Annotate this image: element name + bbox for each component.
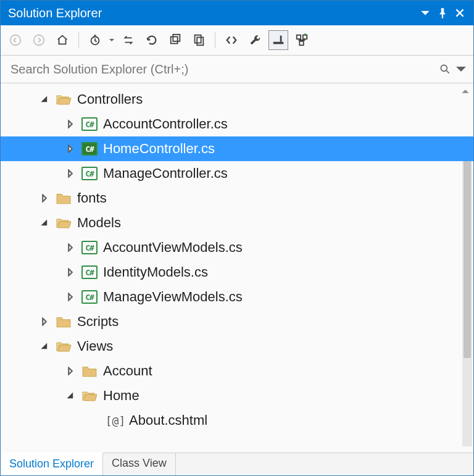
tree-item-label: AccountViewModels.cs [103, 240, 243, 256]
pending-changes-filter-button[interactable] [85, 30, 105, 50]
svg-rect-4 [173, 35, 180, 41]
forward-button[interactable] [29, 30, 49, 50]
tree-item-label: About.cshtml [129, 412, 207, 428]
tree-item[interactable]: Views [1, 334, 473, 359]
folder-open-icon [81, 387, 98, 404]
tree[interactable]: ControllersC#AccountController.csC#HomeC… [1, 83, 473, 453]
tree-item[interactable]: C#ManageViewModels.cs [1, 285, 473, 309]
svg-rect-10 [303, 35, 307, 39]
collapse-all-button[interactable] [165, 30, 185, 50]
dropdown-arrow-icon[interactable] [109, 37, 115, 43]
svg-rect-9 [297, 35, 301, 39]
tree-item[interactable]: C#IdentityModels.cs [1, 260, 473, 285]
tree-item[interactable]: [@]About.cshtml [1, 408, 473, 433]
close-button[interactable] [451, 4, 468, 22]
folder-icon [55, 313, 72, 330]
bottom-tabstrip: Solution Explorer Class View [1, 453, 473, 475]
folder-icon [81, 362, 98, 380]
refresh-button[interactable] [142, 30, 162, 50]
tree-item-label: Scripts [77, 314, 118, 330]
tree-item[interactable]: Home [1, 383, 473, 408]
razor-file-icon: [@] [107, 412, 124, 429]
tree-item[interactable]: C#ManageController.cs [1, 161, 473, 186]
expander-collapsed-icon[interactable] [64, 241, 77, 254]
properties-button[interactable] [245, 30, 265, 50]
svg-rect-6 [197, 37, 203, 45]
show-all-files-button[interactable] [189, 30, 209, 50]
search-bar[interactable] [1, 56, 473, 83]
expander-expanded-icon[interactable] [64, 389, 77, 403]
tree-item-label: IdentityModels.cs [103, 264, 208, 280]
svg-rect-7 [273, 42, 284, 44]
sync-button[interactable] [118, 30, 138, 50]
folder-icon [55, 190, 72, 207]
svg-rect-5 [195, 35, 201, 43]
svg-rect-8 [280, 36, 282, 42]
csharp-file-icon: C# [81, 115, 98, 133]
preview-selected-items-button[interactable] [268, 30, 288, 50]
tree-item[interactable]: C#HomeController.cs [1, 136, 473, 161]
expander-collapsed-icon[interactable] [64, 167, 77, 180]
search-icon[interactable] [439, 63, 467, 75]
tree-item-label: ManageViewModels.cs [103, 289, 243, 305]
folder-open-icon [55, 338, 72, 355]
expander-collapsed-icon[interactable] [64, 290, 77, 304]
expander-collapsed-icon[interactable] [64, 265, 77, 279]
panel-title: Solution Explorer [8, 6, 417, 20]
csharp-file-icon: C# [81, 264, 98, 281]
svg-rect-3 [171, 37, 178, 44]
tree-item-label: Models [77, 215, 121, 231]
tree-item[interactable]: Account [1, 359, 473, 383]
solution-explorer-window: Solution Explorer [0, 0, 474, 476]
tree-item-label: Views [77, 338, 113, 354]
tree-item-label: Account [103, 363, 152, 379]
tree-item[interactable]: fonts [1, 186, 473, 211]
tree-item[interactable]: Scripts [1, 309, 473, 334]
pin-button[interactable] [434, 4, 451, 22]
window-menu-button[interactable] [417, 4, 434, 22]
csharp-file-icon: C# [81, 140, 98, 157]
tree-item[interactable]: Models [1, 211, 473, 235]
expander-collapsed-icon[interactable] [64, 117, 77, 131]
expander-none [89, 414, 103, 427]
csharp-file-icon: C# [81, 165, 98, 182]
tree-item-label: HomeController.cs [103, 141, 215, 157]
tree-item-label: Home [103, 388, 139, 404]
tree-item-label: AccountController.cs [103, 116, 228, 132]
tree-item-label: fonts [77, 190, 107, 206]
expander-collapsed-icon[interactable] [38, 191, 51, 205]
tree-item[interactable]: C#AccountViewModels.cs [1, 235, 473, 260]
toolbar [1, 25, 473, 56]
search-input[interactable] [9, 62, 439, 77]
toolbar-separator [215, 32, 215, 48]
expander-collapsed-icon[interactable] [64, 364, 77, 378]
svg-point-1 [34, 35, 44, 46]
back-button[interactable] [6, 30, 25, 50]
svg-point-0 [10, 35, 21, 46]
expander-expanded-icon[interactable] [38, 93, 51, 106]
expander-collapsed-icon[interactable] [38, 315, 51, 328]
folder-open-icon [55, 91, 72, 108]
csharp-file-icon: C# [81, 288, 98, 306]
svg-rect-11 [299, 41, 303, 45]
tab-solution-explorer[interactable]: Solution Explorer [1, 453, 103, 475]
view-code-button[interactable] [222, 30, 241, 50]
tree-item[interactable]: C#AccountController.cs [1, 112, 473, 136]
tree-item-label: ManageController.cs [103, 165, 228, 182]
tree-item[interactable]: Controllers [1, 87, 473, 112]
expander-expanded-icon[interactable] [38, 216, 51, 230]
csharp-file-icon: C# [81, 239, 98, 256]
tab-class-view[interactable]: Class View [103, 453, 176, 475]
tree-viewport: ControllersC#AccountController.csC#HomeC… [1, 83, 473, 453]
expander-expanded-icon[interactable] [38, 340, 51, 353]
expander-collapsed-icon[interactable] [64, 142, 77, 156]
titlebar[interactable]: Solution Explorer [1, 1, 473, 25]
svg-point-12 [441, 65, 447, 71]
folder-open-icon [55, 214, 72, 232]
tree-item-label: Controllers [77, 91, 143, 107]
home-button[interactable] [52, 30, 72, 50]
view-class-diagram-button[interactable] [292, 30, 312, 50]
toolbar-separator [78, 32, 79, 48]
